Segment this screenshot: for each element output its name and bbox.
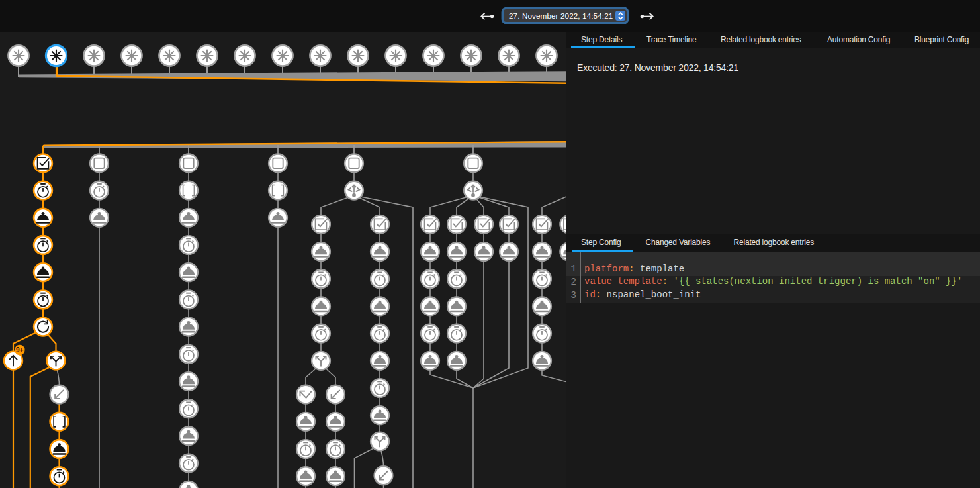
svg-text:9+: 9+: [16, 346, 24, 354]
